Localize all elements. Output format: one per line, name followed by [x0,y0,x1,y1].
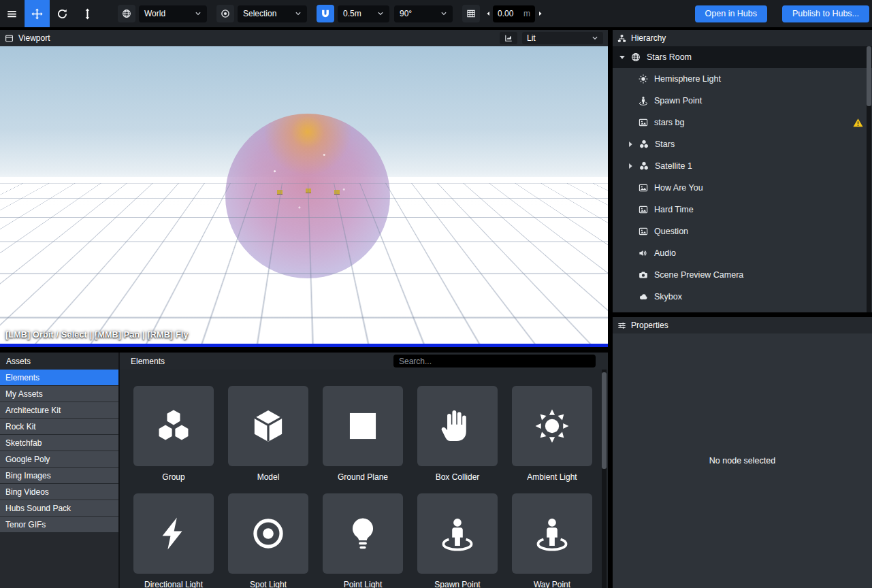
asset-item-ground-plane[interactable]: Ground Plane [323,386,403,482]
caret-down-icon[interactable] [618,53,626,61]
asset-source-rock-kit[interactable]: Rock Kit [0,419,118,434]
chevron-down-icon [440,10,447,17]
asset-item-spot-light[interactable]: Spot Light [228,493,308,588]
stats-toggle-button[interactable] [500,32,517,44]
hierarchy-node-stars[interactable]: Stars [613,133,872,155]
grid-height-value: 0.00 [498,9,513,18]
hierarchy-node-satellite-1[interactable]: Satellite 1 [613,155,872,177]
cloud-icon [639,292,648,301]
hierarchy-node-spawn-point[interactable]: Spawn Point [613,90,872,112]
asset-source-hubs-sound-pack[interactable]: Hubs Sound Pack [0,500,118,516]
asset-tile[interactable] [323,493,403,574]
asset-item-spawn-point[interactable]: Spawn Point [417,493,498,588]
audio-icon [639,248,648,258]
snap-translate-select[interactable]: 0.5m [338,5,389,22]
hierarchy-node-skybox[interactable]: Skybox [613,286,872,308]
asset-item-box-collider[interactable]: Box Collider [417,386,498,482]
asset-tile[interactable] [417,386,498,466]
asset-tile[interactable] [228,493,308,574]
grid-height-decrease-button[interactable] [483,5,493,22]
assets-header: Assets [0,353,118,370]
hierarchy-node-audio[interactable]: Audio [613,242,872,264]
skybox-preview-sphere[interactable] [225,114,390,278]
asset-source-my-assets[interactable]: My Assets [0,386,118,402]
scene-gizmo[interactable] [306,189,311,193]
render-mode-value: Lit [527,33,536,43]
asset-tile[interactable] [512,386,592,466]
asset-source-architecture-kit[interactable]: Architecture Kit [0,402,118,418]
asset-source-bing-videos[interactable]: Bing Videos [0,484,118,500]
transform-tools [25,0,100,27]
scene-canvas[interactable]: [LMB] Orbit / Select | [MMB] Pan | [RMB]… [0,46,608,344]
asset-source-bing-images[interactable]: Bing Images [0,468,118,483]
grid-icon-button[interactable] [462,5,480,22]
asset-source-sketchfab[interactable]: Sketchfab [0,435,118,451]
snap-toggle-button[interactable] [317,5,334,22]
caret-right-icon[interactable] [626,140,634,148]
properties-panel: No node selected [613,333,872,588]
caret-right-icon[interactable] [626,162,634,170]
hierarchy-node-question[interactable]: Question [613,220,872,242]
asset-source-google-poly[interactable]: Google Poly [0,451,118,467]
image-icon [639,227,648,236]
asset-item-point-light[interactable]: Point Light [323,493,403,588]
asset-tile[interactable] [133,493,214,574]
globe-icon [122,9,131,18]
asset-tile[interactable] [417,493,498,574]
asset-search-input[interactable] [393,355,596,368]
publish-to-hubs-button[interactable]: Publish to Hubs... [782,5,869,22]
grid-icon [466,9,476,18]
asset-tile[interactable] [512,493,592,574]
snap-rotate-select[interactable]: 90° [394,5,453,22]
asset-grid-scrollbar[interactable] [602,370,607,588]
hierarchy-scrollbar[interactable] [867,46,871,312]
hierarchy-node-hard-time[interactable]: Hard Time [613,199,872,220]
asset-item-group[interactable]: Group [133,386,214,482]
transform-space-icon-button[interactable] [118,5,135,22]
hierarchy-node-label: Stars [655,140,675,149]
menu-button[interactable] [0,0,25,27]
scene-gizmo[interactable] [277,190,282,194]
asset-source-elements[interactable]: Elements [0,370,118,385]
transform-pivot-select[interactable]: Selection [238,5,307,22]
hierarchy-node-scene-preview-camera[interactable]: Scene Preview Camera [613,264,872,286]
asset-item-model[interactable]: Model [228,386,308,482]
hierarchy-node-stars-room[interactable]: Stars Room [613,46,872,68]
hand-icon [440,408,475,444]
right-sidebar: Hierarchy Stars RoomHemisphere LightSpaw… [613,30,872,588]
hierarchy-node-label: Skybox [654,292,682,301]
move-icon [31,8,43,20]
scale-tool-button[interactable] [75,0,100,27]
transform-pivot-value: Selection [243,9,276,18]
chevron-down-icon [295,10,302,17]
hierarchy-node-how-are-you[interactable]: How Are You [613,177,872,199]
asset-item-label: Point Light [323,580,403,588]
asset-tile[interactable] [133,386,214,466]
open-in-hubs-button[interactable]: Open in Hubs [695,5,767,22]
asset-tile[interactable] [323,386,403,466]
hierarchy-title: Hierarchy [631,33,666,43]
hierarchy-node-stars-bg[interactable]: stars bg [613,112,872,133]
grid-height-increase-button[interactable] [535,5,545,22]
asset-source-tenor-gifs[interactable]: Tenor GIFs [0,517,118,532]
asset-item-directional-light[interactable]: Directional Light [133,493,214,588]
transform-space-select[interactable]: World [139,5,207,22]
hierarchy-node-label: Audio [654,248,676,258]
scene-gizmo[interactable] [334,190,340,194]
asset-item-label: Box Collider [417,472,498,482]
render-mode-select[interactable]: Lit [522,32,603,44]
translate-tool-button[interactable] [25,0,50,27]
asset-item-way-point[interactable]: Way Point [512,493,592,588]
cubes-icon [156,408,191,444]
scrollbar-thumb[interactable] [602,372,607,469]
grid-height-input[interactable]: 0.00 m [493,5,535,22]
rotate-tool-button[interactable] [50,0,75,27]
chevron-down-icon [195,10,201,17]
hierarchy-node-label: Satellite 1 [655,161,692,171]
asset-item-ambient-light[interactable]: Ambient Light [512,386,592,482]
asset-browser-title: Elements [131,357,165,366]
transform-pivot-icon-button[interactable] [216,5,234,22]
asset-tile[interactable] [228,386,308,466]
hierarchy-node-hemisphere-light[interactable]: Hemisphere Light [613,68,872,90]
scrollbar-thumb[interactable] [867,46,871,106]
